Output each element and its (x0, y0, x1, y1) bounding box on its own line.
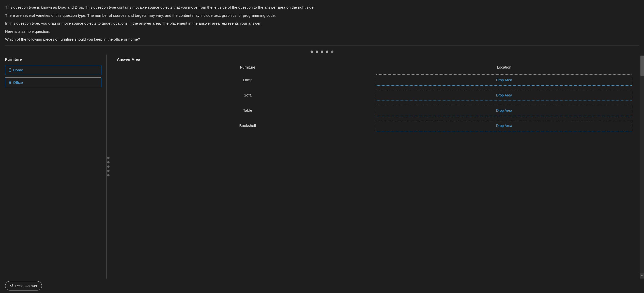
answer-table-headers: Furniture Location (117, 65, 635, 69)
instructions-section: This question type is known as Drag and … (0, 0, 644, 48)
drag-handle-home (9, 68, 11, 72)
nav-dot-3[interactable] (321, 51, 323, 53)
reset-answer-button[interactable]: ↺ Reset Answer (5, 281, 42, 290)
scrollbar-down-arrow[interactable]: ▼ (640, 273, 644, 279)
instruction-line4: Here is a sample question: (5, 28, 639, 35)
draggable-home[interactable]: Home (5, 65, 101, 75)
draggable-office[interactable]: Office (5, 77, 101, 87)
scrollbar-thumb[interactable] (640, 56, 644, 76)
answer-row-sofa: Sofa Drop Area (117, 90, 635, 101)
instruction-line2: There are several varieties of this ques… (5, 12, 639, 19)
conn-dot-1 (107, 157, 110, 159)
answer-row-table: Table Drop Area (117, 105, 635, 116)
scrollbar: ▼ (640, 55, 644, 279)
reset-button-label: Reset Answer (15, 284, 37, 288)
draggable-office-label: Office (13, 80, 23, 85)
draggable-home-label: Home (13, 68, 23, 72)
reset-icon: ↺ (10, 283, 13, 288)
nav-dot-2[interactable] (316, 51, 318, 53)
location-col-header: Location (376, 65, 632, 69)
drop-area-lamp[interactable]: Drop Area (376, 74, 632, 86)
drag-handle-office (9, 81, 11, 84)
furniture-panel-header: Furniture (5, 57, 101, 61)
drop-area-sofa[interactable]: Drop Area (376, 90, 632, 101)
connector-dots (107, 157, 110, 176)
furniture-label-sofa: Sofa (119, 93, 376, 97)
furniture-col-header: Furniture (119, 65, 376, 69)
conn-dot-4 (107, 170, 110, 172)
nav-dot-5[interactable] (331, 51, 333, 53)
nav-dot-1[interactable] (311, 51, 313, 53)
page-container: This question type is known as Drag and … (0, 0, 644, 293)
furniture-label-bookshelf: Bookshelf (119, 123, 376, 128)
bottom-bar: ↺ Reset Answer (0, 279, 644, 293)
navigation-dots (0, 48, 644, 55)
answer-row-bookshelf: Bookshelf Drop Area (117, 120, 635, 131)
nav-dot-4[interactable] (326, 51, 328, 53)
divider (5, 45, 639, 45)
instruction-line1: This question type is known as Drag and … (5, 4, 639, 11)
instruction-line5: Which of the following pieces of furnitu… (5, 36, 639, 43)
furniture-source-panel: Furniture Home Office (0, 55, 107, 279)
furniture-label-table: Table (119, 108, 376, 112)
furniture-label-lamp: Lamp (119, 78, 376, 82)
conn-dot-3 (107, 165, 110, 168)
answer-row-lamp: Lamp Drop Area (117, 74, 635, 86)
main-content: Furniture Home Office (0, 55, 644, 279)
drop-area-bookshelf[interactable]: Drop Area (376, 120, 632, 131)
drop-area-table[interactable]: Drop Area (376, 105, 632, 116)
answer-area-panel: Answer Area Furniture Location Lamp Drop… (107, 55, 640, 279)
instruction-line3: In this question type, you drag or move … (5, 20, 639, 27)
conn-dot-2 (107, 161, 110, 163)
conn-dot-5 (107, 174, 110, 176)
answer-area-header: Answer Area (117, 57, 635, 61)
